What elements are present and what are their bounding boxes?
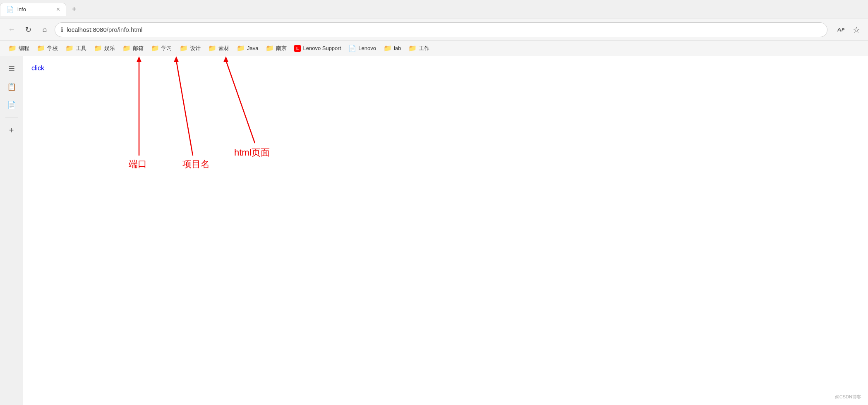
address-bar[interactable]: ℹ localhost:8080/pro/info.html: [55, 22, 827, 37]
bookmark-lab[interactable]: 📁 lab: [380, 43, 404, 54]
bookmark-label: 邮箱: [133, 45, 144, 52]
folder-icon: 📁: [384, 44, 392, 52]
bookmark-label: 工具: [76, 45, 86, 52]
tab-close-button[interactable]: ×: [56, 6, 60, 13]
svg-marker-1: [137, 56, 141, 62]
bookmark-label: Lenovo: [358, 45, 376, 51]
back-button[interactable]: ←: [5, 23, 18, 36]
reload-button[interactable]: ↻: [22, 23, 35, 36]
folder-icon: 📁: [65, 44, 74, 52]
folder-icon: 📁: [237, 44, 245, 52]
bookmark-label: 学习: [161, 45, 172, 52]
bookmark-编程[interactable]: 📁 编程: [5, 43, 33, 54]
address-text: localhost:8080/pro/info.html: [67, 26, 821, 33]
svg-text:端口: 端口: [129, 159, 147, 169]
bookmark-学习[interactable]: 📁 学习: [148, 43, 175, 54]
folder-icon: 📁: [37, 44, 45, 52]
svg-marker-7: [223, 56, 228, 62]
new-tab-button[interactable]: +: [68, 3, 80, 16]
address-base: localhost: [67, 26, 91, 33]
bookmark-lenovo-support[interactable]: L Lenovo Support: [291, 43, 344, 53]
bookmark-工作[interactable]: 📁 工作: [405, 43, 433, 54]
lenovo-support-icon: L: [294, 45, 301, 52]
folder-icon: 📁: [208, 44, 216, 52]
bookmark-java[interactable]: 📁 Java: [233, 43, 261, 54]
sidebar-toggle-button[interactable]: ☰: [4, 61, 19, 76]
address-port: 8080: [93, 26, 106, 33]
bookmark-label: lab: [394, 45, 401, 51]
bookmark-label: 学校: [47, 45, 58, 52]
bookmark-设计[interactable]: 📁 设计: [176, 43, 204, 54]
tab-file-icon: 📄: [6, 6, 14, 13]
svg-marker-4: [174, 56, 179, 62]
folder-icon: 📁: [122, 44, 131, 52]
bookmark-label: 素材: [218, 45, 229, 52]
sidebar-panel-button[interactable]: 📋: [4, 79, 19, 94]
watermark: @CSDN博客: [835, 394, 861, 400]
address-path: /pro/info.html: [107, 26, 143, 33]
info-icon: ℹ: [61, 26, 63, 34]
svg-text:项目名: 项目名: [182, 159, 210, 169]
bookmark-邮箱[interactable]: 📁 邮箱: [119, 43, 147, 54]
bookmark-学校[interactable]: 📁 学校: [34, 43, 61, 54]
annotations-svg: 端口 项目名 html页面: [23, 52, 313, 176]
page-icon: 📄: [348, 45, 356, 52]
sidebar-notes-button[interactable]: 📄: [4, 98, 19, 113]
svg-line-6: [226, 60, 255, 143]
bookmark-lenovo[interactable]: 📄 Lenovo: [345, 43, 379, 54]
folder-icon: 📁: [266, 44, 274, 52]
read-aloud-button[interactable]: Aᴘ: [834, 23, 847, 36]
bookmark-label: Java: [247, 45, 258, 51]
bookmark-label: 编程: [19, 45, 29, 52]
bookmark-label: 工作: [419, 45, 429, 52]
bookmark-label: 设计: [190, 45, 201, 52]
bookmark-素材[interactable]: 📁 素材: [205, 43, 233, 54]
sidebar-add-button[interactable]: +: [4, 123, 19, 138]
favorite-button[interactable]: ☆: [850, 23, 863, 36]
bookmarks-bar: 📁 编程 📁 学校 📁 工具 📁 娱乐 📁 邮箱 📁 学习 📁 设计 📁: [0, 41, 868, 56]
folder-icon: 📁: [94, 44, 102, 52]
folder-icon: 📁: [408, 44, 417, 52]
folder-icon: 📁: [151, 44, 159, 52]
sidebar: ☰ 📋 📄 +: [0, 56, 23, 405]
tab-title: info: [17, 6, 53, 12]
svg-line-3: [176, 60, 193, 156]
main-content: click 端口 项目名 html页面: [23, 56, 868, 405]
bookmark-娱乐[interactable]: 📁 娱乐: [91, 43, 118, 54]
bookmark-label: Lenovo Support: [303, 45, 341, 51]
bookmark-工具[interactable]: 📁 工具: [62, 43, 90, 54]
folder-icon: 📁: [8, 44, 17, 52]
svg-text:html页面: html页面: [234, 147, 270, 158]
bookmark-label: 娱乐: [104, 45, 115, 52]
home-button[interactable]: ⌂: [38, 23, 51, 36]
bookmark-南京[interactable]: 📁 南京: [262, 43, 290, 54]
click-link[interactable]: click: [31, 65, 44, 72]
bookmark-label: 南京: [276, 45, 287, 52]
folder-icon: 📁: [180, 44, 188, 52]
